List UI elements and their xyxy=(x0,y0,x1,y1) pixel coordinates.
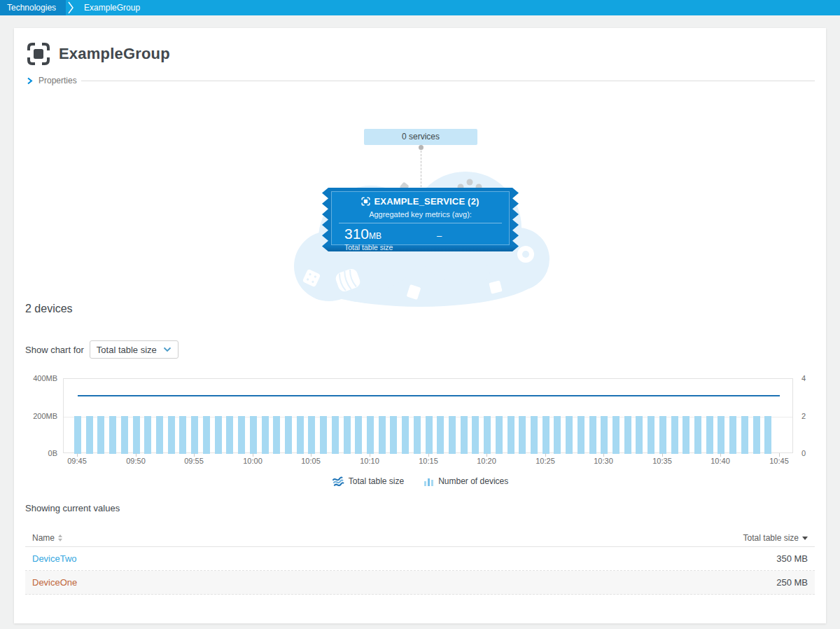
device-count-bar xyxy=(729,416,736,454)
device-count-bar xyxy=(144,416,151,454)
devices-heading: 2 devices xyxy=(25,303,73,315)
device-count-bar xyxy=(215,416,222,454)
device-count-bar xyxy=(332,416,339,454)
x-axis-label: 10:40 xyxy=(703,457,738,465)
main-card: ExampleGroup Properties xyxy=(14,28,826,623)
properties-toggle[interactable]: Properties xyxy=(27,76,815,85)
device-count-bar xyxy=(191,416,198,454)
devices-table: Name Total table size DeviceTwo350 MBDev… xyxy=(25,530,815,595)
device-count-bar xyxy=(437,416,444,454)
device-count-bar xyxy=(238,416,245,454)
sort-updown-icon xyxy=(58,534,62,541)
device-count-bar xyxy=(507,416,514,454)
services-count-node[interactable]: 0 services xyxy=(364,129,477,145)
legend-item-total-table-size[interactable]: Total table size xyxy=(332,476,404,486)
device-link[interactable]: DeviceOne xyxy=(32,577,77,588)
device-count-bar xyxy=(297,416,304,454)
breadcrumb-item-examplegroup[interactable]: ExampleGroup xyxy=(76,0,148,15)
left-axis-label: 0B xyxy=(14,449,57,457)
page-decoration-icon xyxy=(405,283,423,301)
device-count-bar xyxy=(589,416,596,454)
x-axis-label: 09:50 xyxy=(118,457,153,465)
column-header-name[interactable]: Name xyxy=(32,533,62,543)
legend-item-number-of-devices[interactable]: Number of devices xyxy=(424,476,508,486)
breadcrumb: Technologies ExampleGroup xyxy=(0,0,840,15)
device-count-bar xyxy=(97,416,104,454)
device-count-bar xyxy=(367,416,374,454)
device-count-bar xyxy=(121,416,128,454)
device-count-bar xyxy=(390,416,397,454)
metric-label: Total table size xyxy=(344,243,393,251)
table-row[interactable]: DeviceTwo350 MB xyxy=(25,547,815,571)
topology-connector xyxy=(421,147,421,191)
dropdown-value: Total table size xyxy=(97,345,157,355)
device-size-value: 350 MB xyxy=(776,553,808,564)
device-count-bar xyxy=(694,416,701,454)
device-count-bar xyxy=(496,416,503,454)
device-count-bar xyxy=(355,416,362,454)
service-banner[interactable]: EXAMPLE_SERVICE (2) Aggregated key metri… xyxy=(322,188,519,251)
column-header-total-table-size[interactable]: Total table size xyxy=(743,533,808,543)
device-count-bar xyxy=(578,416,584,454)
device-count-bar xyxy=(706,416,713,454)
device-count-bar xyxy=(461,416,468,454)
breadcrumb-item-technologies[interactable]: Technologies xyxy=(0,0,66,15)
device-count-bar xyxy=(133,416,140,454)
device-count-bar xyxy=(179,416,186,454)
divider xyxy=(81,81,815,81)
device-count-bar xyxy=(682,416,690,454)
service-banner-panel: EXAMPLE_SERVICE (2) Aggregated key metri… xyxy=(331,191,510,245)
right-axis-label: 0 xyxy=(802,449,806,457)
device-count-bar xyxy=(273,416,280,454)
connector-dot xyxy=(419,145,424,150)
device-count-bar xyxy=(449,416,456,454)
device-count-bar xyxy=(250,416,257,454)
left-axis-label: 400MB xyxy=(14,374,57,382)
device-count-bar xyxy=(320,416,327,454)
device-count-bar xyxy=(648,416,654,454)
device-count-bar xyxy=(554,416,561,454)
device-count-bar xyxy=(156,416,163,454)
current-values-caption: Showing current values xyxy=(25,503,120,513)
divider xyxy=(339,223,502,223)
device-count-bar xyxy=(753,416,760,454)
device-count-bar xyxy=(531,416,538,454)
total-table-size-line xyxy=(78,395,780,396)
metric-value: 310 xyxy=(344,226,369,242)
x-axis-label: 10:10 xyxy=(352,457,387,465)
device-count-bar xyxy=(426,416,433,454)
service-metric: 310MB Total table size xyxy=(344,226,393,251)
x-axis-label: 10:15 xyxy=(411,457,446,465)
x-axis-label: 10:30 xyxy=(586,457,621,465)
device-count-bar xyxy=(226,416,233,454)
metric-unit: MB xyxy=(369,231,382,241)
device-count-bar xyxy=(519,416,526,454)
table-row[interactable]: DeviceOne250 MB xyxy=(25,571,815,595)
breadcrumb-separator-icon xyxy=(66,0,76,15)
device-count-bar xyxy=(484,416,491,454)
device-count-bar xyxy=(308,416,315,454)
chart-metric-dropdown[interactable]: Total table size xyxy=(90,340,178,359)
x-axis-label: 10:25 xyxy=(528,457,563,465)
service-icon xyxy=(361,197,370,206)
device-count-bar xyxy=(472,416,479,454)
devices-chart: 0B200MB400MB02409:4509:5009:5510:0010:05… xyxy=(14,370,826,475)
technology-group-icon xyxy=(27,42,50,66)
left-axis-label: 200MB xyxy=(14,412,57,420)
x-axis-label: 09:45 xyxy=(59,457,94,465)
right-axis-label: 2 xyxy=(802,412,806,420)
legend-label: Number of devices xyxy=(438,476,508,486)
x-axis-label: 10:20 xyxy=(469,457,504,465)
device-count-bar xyxy=(414,416,421,454)
chevron-down-icon xyxy=(163,347,172,352)
chart-legend: Total table size Number of devices xyxy=(14,476,826,486)
service-banner-title: EXAMPLE_SERVICE (2) xyxy=(332,196,509,207)
topology-visualization: 0 services EXAMPLE_SERVICE (2) Aggregate… xyxy=(14,91,826,294)
legend-label: Total table size xyxy=(349,476,404,486)
device-link[interactable]: DeviceTwo xyxy=(32,553,77,564)
device-count-bar xyxy=(659,416,666,454)
device-count-bar xyxy=(109,416,116,454)
chart-plot-area[interactable] xyxy=(63,378,793,453)
device-count-bar xyxy=(74,416,81,454)
device-count-bar xyxy=(601,416,608,454)
